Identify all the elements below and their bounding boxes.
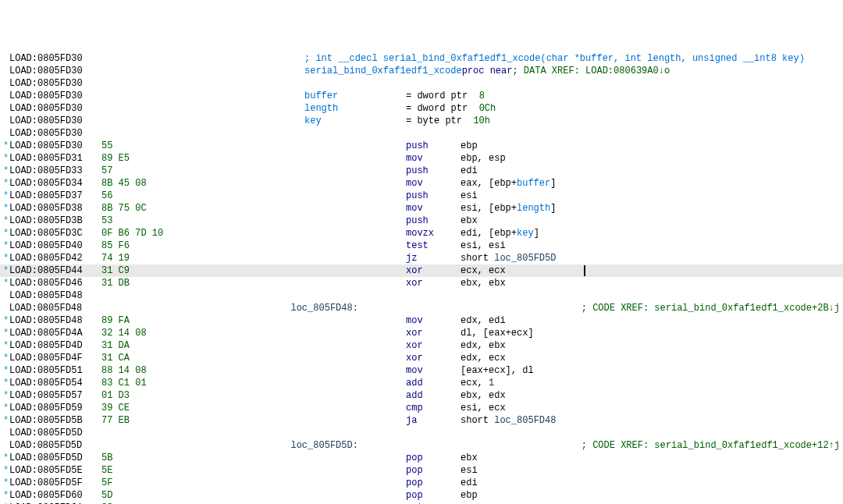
asm-line[interactable]: LOAD:0805FD5D bbox=[0, 427, 843, 439]
disassembly-listing[interactable]: LOAD:0805FD30; int __cdecl serial_bind_0… bbox=[0, 52, 843, 504]
asm-line[interactable]: *LOAD:0805FD4085 F6testesi, esi bbox=[0, 240, 843, 252]
asm-line[interactable]: *LOAD:0805FD5483 C1 01addecx, 1 bbox=[0, 377, 843, 389]
text-caret bbox=[584, 265, 585, 276]
asm-line[interactable]: *LOAD:0805FD4431 C9xorecx, ecx bbox=[0, 264, 843, 277]
asm-line[interactable]: *LOAD:0805FD605Dpopebp bbox=[0, 489, 843, 502]
asm-line[interactable]: LOAD:0805FD5Dloc_805FD5D:; CODE XREF: se… bbox=[0, 439, 843, 452]
asm-line[interactable]: *LOAD:0805FD4274 19jzshort loc_805FD5D bbox=[0, 252, 843, 264]
asm-line[interactable]: *LOAD:0805FD4631 DBxorebx, ebx bbox=[0, 277, 843, 289]
asm-line[interactable]: *LOAD:0805FD3C0F B6 7D 10movzxedi, [ebp+… bbox=[0, 227, 843, 240]
asm-line[interactable]: *LOAD:0805FD5188 14 08mov[eax+ecx], dl bbox=[0, 364, 843, 377]
asm-line[interactable]: LOAD:0805FD30key= byte ptr 10h bbox=[0, 115, 843, 127]
asm-line[interactable]: *LOAD:0805FD348B 45 08moveax, [ebp+buffe… bbox=[0, 177, 843, 190]
asm-line[interactable]: LOAD:0805FD48loc_805FD48:; CODE XREF: se… bbox=[0, 302, 843, 314]
asm-line[interactable]: *LOAD:0805FD5939 CEcmpesi, ecx bbox=[0, 402, 843, 414]
asm-line[interactable]: *LOAD:0805FD3055pushebp bbox=[0, 140, 843, 152]
asm-line[interactable]: *LOAD:0805FD5B77 EBjashort loc_805FD48 bbox=[0, 414, 843, 427]
asm-line[interactable]: LOAD:0805FD30buffer= dword ptr 8 bbox=[0, 90, 843, 102]
asm-line[interactable]: *LOAD:0805FD3B53pushebx bbox=[0, 215, 843, 227]
asm-line[interactable]: LOAD:0805FD30; int __cdecl serial_bind_0… bbox=[0, 52, 843, 65]
asm-line[interactable]: *LOAD:0805FD388B 75 0Cmovesi, [ebp+lengt… bbox=[0, 202, 843, 215]
asm-line[interactable]: *LOAD:0805FD4889 FAmovedx, edi bbox=[0, 314, 843, 327]
asm-line[interactable]: *LOAD:0805FD3756pushesi bbox=[0, 190, 843, 202]
asm-line[interactable]: LOAD:0805FD30length= dword ptr 0Ch bbox=[0, 102, 843, 115]
asm-line[interactable]: *LOAD:0805FD3357pushedi bbox=[0, 165, 843, 177]
asm-line[interactable]: *LOAD:0805FD3189 E5movebp, esp bbox=[0, 152, 843, 165]
asm-line[interactable]: *LOAD:0805FD5D5Bpopebx bbox=[0, 452, 843, 464]
asm-line[interactable]: *LOAD:0805FD5F5Fpopedi bbox=[0, 477, 843, 489]
asm-line[interactable]: LOAD:0805FD30serial_bind_0xfaf1edf1_xcod… bbox=[0, 65, 843, 77]
asm-line[interactable]: LOAD:0805FD48 bbox=[0, 289, 843, 302]
asm-line[interactable]: *LOAD:0805FD4D31 DAxoredx, ebx bbox=[0, 339, 843, 352]
asm-line[interactable]: LOAD:0805FD30 bbox=[0, 127, 843, 140]
asm-line[interactable]: *LOAD:0805FD5E5Epopesi bbox=[0, 464, 843, 477]
asm-line[interactable]: *LOAD:0805FD5701 D3addebx, edx bbox=[0, 389, 843, 402]
asm-line[interactable]: *LOAD:0805FD4F31 CAxoredx, ecx bbox=[0, 352, 843, 364]
asm-line[interactable]: *LOAD:0805FD4A32 14 08xordl, [eax+ecx] bbox=[0, 327, 843, 339]
asm-line[interactable]: LOAD:0805FD30 bbox=[0, 77, 843, 90]
